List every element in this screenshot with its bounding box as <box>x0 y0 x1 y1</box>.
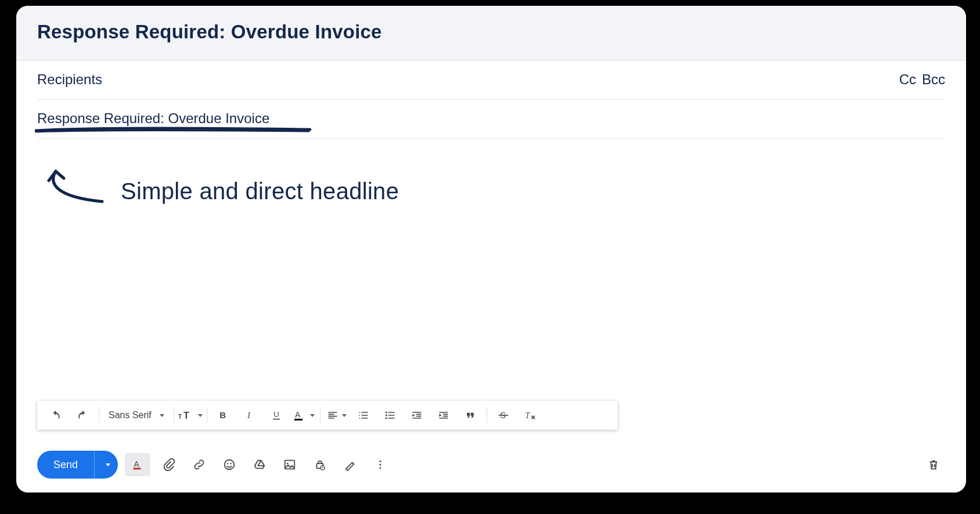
indent-more-button[interactable] <box>431 404 456 427</box>
chevron-down-icon <box>310 414 315 417</box>
insert-emoji-button[interactable] <box>218 453 241 476</box>
svg-point-9 <box>385 415 387 416</box>
ordered-list-button[interactable] <box>351 404 376 427</box>
separator <box>99 407 99 423</box>
more-options-button[interactable] <box>369 453 392 476</box>
redo-icon <box>77 409 88 421</box>
compose-fields: Recipients Cc Bcc Response Required: Ove… <box>16 61 966 139</box>
undo-button[interactable] <box>43 404 69 427</box>
formatting-options-icon: A <box>131 458 144 471</box>
chevron-down-icon <box>106 463 110 466</box>
svg-point-20 <box>230 463 232 464</box>
cc-bcc-group: Cc Bcc <box>899 71 945 88</box>
separator <box>174 407 174 423</box>
bullet-list-button[interactable] <box>377 404 403 427</box>
insert-drive-button[interactable] <box>248 453 271 476</box>
strikethrough-button[interactable]: S <box>491 404 516 427</box>
discard-button[interactable] <box>922 453 945 476</box>
quote-icon <box>464 409 476 421</box>
annotation-text: Simple and direct headline <box>121 178 399 204</box>
svg-text:T: T <box>525 411 531 420</box>
undo-icon <box>50 409 62 421</box>
font-select[interactable]: Sans Serif <box>103 404 170 427</box>
align-icon <box>327 409 338 421</box>
compose-header: Response Required: Overdue Invoice <box>16 6 966 61</box>
text-size-button[interactable]: T T <box>178 404 203 427</box>
bcc-button[interactable]: Bcc <box>922 71 945 88</box>
send-main[interactable]: Send <box>37 451 95 479</box>
bold-button[interactable]: B <box>211 404 236 427</box>
clear-format-button[interactable]: T <box>517 404 543 427</box>
indent-less-button[interactable] <box>404 404 430 427</box>
svg-point-19 <box>227 463 228 464</box>
confidential-mode-button[interactable] <box>308 453 332 476</box>
insert-link-button[interactable] <box>188 453 211 476</box>
left-actions: Send A <box>37 451 392 479</box>
separator <box>487 407 487 423</box>
svg-point-26 <box>380 464 381 466</box>
bold-icon: B <box>218 409 229 421</box>
text-size-icon: T T <box>178 409 194 421</box>
align-button[interactable] <box>324 404 350 427</box>
svg-text:B: B <box>219 410 226 420</box>
compose-window: Response Required: Overdue Invoice Recip… <box>16 6 966 493</box>
annotation-arrow-icon <box>44 168 108 214</box>
svg-text:A: A <box>295 410 301 419</box>
format-toolbar: Sans Serif T T B I U A <box>37 401 618 430</box>
bottom-bar: Send A <box>37 451 945 479</box>
attach-icon <box>163 458 175 471</box>
svg-point-10 <box>385 418 387 419</box>
drive-icon <box>253 458 266 471</box>
formatting-options-button[interactable]: A <box>125 453 150 476</box>
emoji-icon <box>223 458 236 471</box>
send-more-options[interactable] <box>95 451 118 479</box>
svg-text:I: I <box>247 411 251 420</box>
send-button[interactable]: Send <box>37 451 118 479</box>
underline-button[interactable]: U <box>264 404 290 427</box>
svg-point-18 <box>225 460 235 470</box>
signature-icon <box>344 458 356 471</box>
chevron-down-icon <box>160 414 164 417</box>
font-name: Sans Serif <box>109 410 152 420</box>
separator <box>207 407 207 423</box>
italic-button[interactable]: I <box>237 404 263 427</box>
svg-text:U: U <box>273 410 279 419</box>
svg-rect-7 <box>294 419 302 420</box>
svg-point-22 <box>287 463 289 465</box>
more-icon <box>374 459 386 470</box>
confidential-icon <box>314 458 326 471</box>
svg-point-8 <box>385 412 387 414</box>
attach-button[interactable] <box>157 453 181 476</box>
svg-rect-17 <box>134 468 141 470</box>
insert-image-button[interactable] <box>278 453 301 476</box>
quote-button[interactable] <box>457 404 483 427</box>
svg-point-27 <box>380 467 381 469</box>
link-icon <box>193 458 206 471</box>
image-icon <box>283 458 296 471</box>
trash-icon <box>927 458 940 471</box>
svg-text:A: A <box>134 460 140 469</box>
recipients-row[interactable]: Recipients Cc Bcc <box>37 61 945 100</box>
cc-button[interactable]: Cc <box>899 71 916 88</box>
indent-more-icon <box>438 409 449 421</box>
ordered-list-icon <box>358 409 369 421</box>
compose-title: Response Required: Overdue Invoice <box>37 21 945 43</box>
clear-format-icon: T <box>524 409 536 421</box>
recipients-label: Recipients <box>37 71 102 88</box>
redo-button[interactable] <box>70 404 95 427</box>
svg-rect-12 <box>498 415 508 416</box>
subject-input[interactable]: Response Required: Overdue Invoice <box>37 110 269 126</box>
subject-row[interactable]: Response Required: Overdue Invoice <box>37 100 945 139</box>
insert-signature-button[interactable] <box>338 453 362 476</box>
annotation: Simple and direct headline <box>44 168 945 214</box>
annotation-underline <box>35 125 312 134</box>
svg-rect-5 <box>273 419 280 420</box>
separator <box>320 407 320 423</box>
strikethrough-icon: S <box>498 409 509 421</box>
svg-point-25 <box>380 461 381 462</box>
compose-body[interactable]: Simple and direct headline <box>16 139 966 348</box>
text-color-button[interactable]: A <box>291 404 316 427</box>
bullet-list-icon <box>384 409 396 421</box>
text-color-icon: A <box>293 409 307 421</box>
indent-less-icon <box>411 409 423 421</box>
